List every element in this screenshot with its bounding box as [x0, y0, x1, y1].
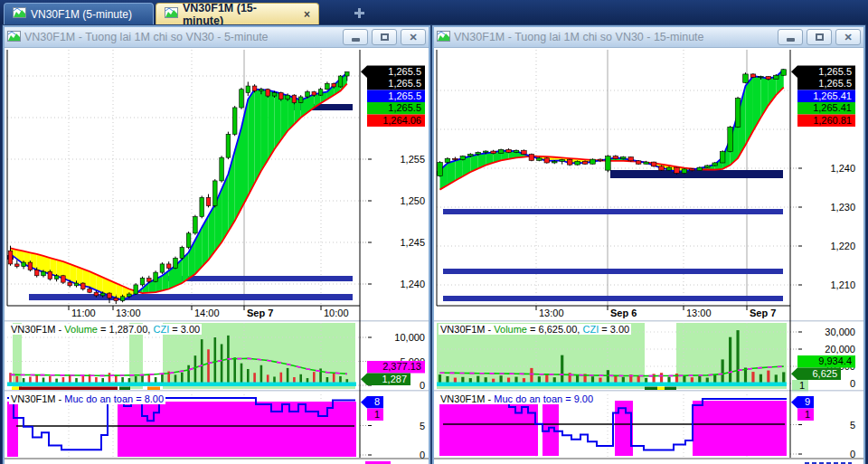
chart-window-5-minute: VN30F1M - Tuong lai 1M chi so VN30 - 5-m… — [3, 25, 430, 464]
svg-text:20,000: 20,000 — [825, 344, 855, 355]
tab-vn30f1m-5min[interactable]: VN30F1M (5-minute) — [4, 3, 154, 24]
window-title: VN30F1M - Tuong lai 1M chi so VN30 - 15-… — [454, 31, 774, 43]
candle — [74, 283, 79, 286]
candle — [266, 90, 270, 96]
candle — [682, 169, 687, 174]
svg-text:0: 0 — [850, 378, 855, 389]
candle — [180, 248, 184, 259]
minimize-button[interactable] — [778, 29, 803, 45]
svg-text:1,265.5: 1,265.5 — [818, 66, 852, 77]
chart-window-icon — [7, 29, 21, 45]
svg-text:1,240: 1,240 — [830, 163, 855, 174]
candle — [560, 160, 565, 162]
tab-label: VN30F1M (15-minute) — [183, 2, 297, 27]
close-button[interactable]: ✕ — [401, 29, 426, 45]
app-root: { "app": { "tabs": [ {"label": "VN30F1M … — [0, 0, 868, 464]
candle — [81, 283, 86, 289]
candle — [491, 151, 496, 154]
svg-text:1: 1 — [374, 409, 380, 420]
svg-text:1: 1 — [805, 409, 810, 420]
czi-strip — [437, 383, 787, 387]
restore-button[interactable] — [372, 29, 397, 45]
candle — [88, 289, 92, 293]
candle — [42, 271, 46, 276]
candle — [259, 90, 264, 91]
chart-window-icon — [437, 29, 450, 45]
candle — [606, 156, 611, 170]
svg-text:0: 0 — [420, 380, 425, 391]
svg-text:13:00: 13:00 — [686, 308, 712, 318]
candle — [460, 156, 466, 160]
volume-pane-label: VN30F1M - Volume = 6,625.00, CZI = 3.00 — [439, 324, 631, 335]
candle — [279, 92, 284, 99]
restore-button[interactable] — [807, 29, 832, 45]
candle — [453, 158, 458, 159]
candle — [28, 262, 33, 270]
volume-pane-label: VN30F1M - Volume = 1,287.00, CZI = 3.00 — [9, 324, 202, 335]
svg-text:Sep 6: Sep 6 — [610, 308, 637, 318]
candle — [750, 74, 756, 77]
window-title: VN30F1M - Tuong lai 1M chi so VN30 - 5-m… — [24, 31, 339, 43]
safety-block — [439, 401, 538, 456]
svg-text:1,265.41: 1,265.41 — [813, 102, 852, 113]
candle — [537, 158, 542, 161]
support-band — [443, 209, 783, 214]
svg-text:0: 0 — [850, 449, 855, 459]
close-button[interactable]: ✕ — [835, 29, 861, 45]
candle — [552, 161, 557, 163]
svg-text:1,264.06: 1,264.06 — [382, 115, 421, 126]
tab-close-icon[interactable]: × — [304, 8, 310, 21]
candle — [108, 293, 112, 298]
candle — [94, 292, 99, 296]
chart-tab-icon — [165, 7, 178, 21]
candle — [114, 298, 118, 301]
candle — [659, 166, 665, 170]
svg-text:1,265.5: 1,265.5 — [388, 102, 421, 113]
candle — [582, 161, 588, 164]
candle — [544, 158, 550, 163]
window-titlebar[interactable]: VN30F1M - Tuong lai 1M chi so VN30 - 5-m… — [5, 27, 429, 48]
candle — [345, 71, 350, 76]
price-tags: 1,265.51,265.51,265.51,265.51,264.06 — [361, 66, 425, 128]
candle — [100, 293, 105, 296]
price-tags: 1,265.51,265.51,265.411,265.411,260.81 — [791, 66, 855, 128]
svg-text:1: 1 — [799, 380, 805, 391]
candle — [766, 77, 771, 80]
candle — [438, 163, 443, 176]
tab-vn30f1m-15min[interactable]: VN30F1M (15-minute) × — [156, 3, 319, 24]
tab-bar: VN30F1M (5-minute) VN30F1M (15-minute) × — [0, 0, 868, 25]
safety-pane-label: VN30F1M - Muc do an toan = 8.00 — [9, 393, 165, 404]
candle — [220, 157, 224, 181]
svg-text:8: 8 — [374, 396, 380, 407]
candle — [628, 157, 634, 161]
svg-text:6,625: 6,625 — [812, 368, 837, 379]
candle — [483, 151, 488, 152]
candle — [506, 149, 512, 152]
svg-text:1,265.5: 1,265.5 — [388, 66, 421, 77]
candle — [22, 262, 26, 267]
svg-text:9: 9 — [805, 396, 810, 407]
candle — [147, 279, 152, 282]
candle — [298, 97, 303, 102]
candle — [644, 162, 649, 164]
candle — [338, 76, 343, 87]
svg-text:1,250: 1,250 — [400, 195, 425, 206]
candle — [272, 92, 277, 96]
support-band — [610, 170, 783, 178]
candle — [476, 152, 481, 154]
candle — [240, 90, 244, 108]
candle — [186, 233, 191, 248]
svg-text:9,934.4: 9,934.4 — [818, 355, 852, 366]
chart-area: VN30F1M - 15-minute 9/7/2023 10:15:00 AM… — [434, 48, 863, 464]
candle — [712, 163, 718, 166]
svg-text:1,240: 1,240 — [400, 279, 425, 289]
support-band — [29, 294, 353, 300]
candle — [498, 149, 504, 153]
candle — [174, 258, 178, 268]
window-titlebar[interactable]: VN30F1M - Tuong lai 1M chi so VN30 - 15-… — [434, 27, 863, 48]
candle — [774, 75, 779, 79]
safety-block — [118, 402, 356, 457]
svg-text:1,220: 1,220 — [830, 241, 855, 251]
minimize-button[interactable] — [343, 29, 368, 45]
tab-navigation-cross-icon[interactable] — [354, 8, 364, 18]
